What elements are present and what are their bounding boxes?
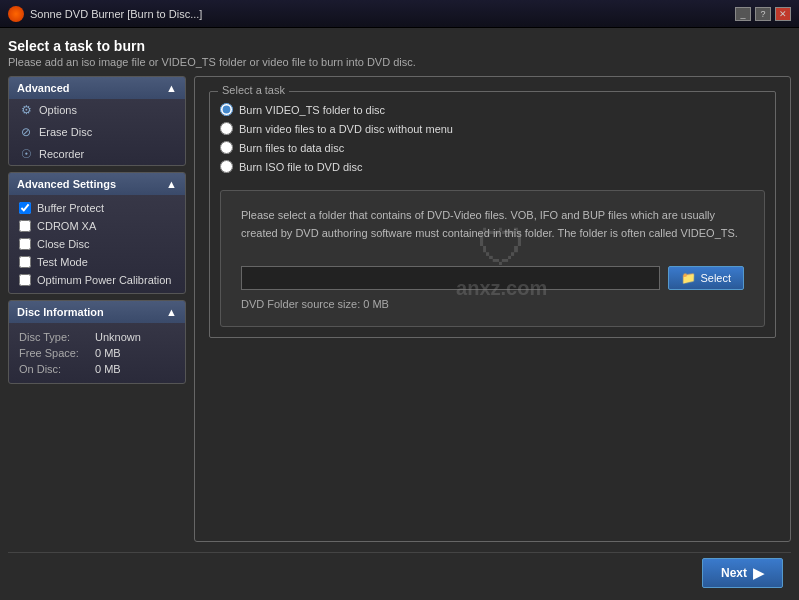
task-fieldset: Select a task Burn VIDEO_TS folder to di… [209, 91, 776, 338]
source-size-label: DVD Folder source size: 0 MB [241, 298, 744, 310]
disc-info-row-ondisc: On Disc: 0 MB [19, 361, 175, 377]
content-area: Advanced ▲ ⚙ Options ⊘ Erase Disc ☉ Reco… [8, 76, 791, 542]
page-subtitle: Please add an iso image file or VIDEO_TS… [8, 56, 791, 68]
title-bar: Sonne DVD Burner [Burn to Disc...] _ ? ✕ [0, 0, 799, 28]
chevron-up-icon-2: ▲ [166, 178, 177, 190]
select-button[interactable]: 📁 Select [668, 266, 744, 290]
minimize-button[interactable]: _ [735, 7, 751, 21]
radio-burn-video-files-input[interactable] [220, 122, 233, 135]
title-bar-text: Sonne DVD Burner [Burn to Disc...] [30, 8, 735, 20]
close-button[interactable]: ✕ [775, 7, 791, 21]
disc-info-ondisc-value: 0 MB [95, 363, 121, 375]
radio-burn-iso-label: Burn ISO file to DVD disc [239, 161, 363, 173]
sidebar-section-advanced-header[interactable]: Advanced ▲ [9, 77, 185, 99]
select-button-label: Select [700, 272, 731, 284]
page-title: Select a task to burn [8, 38, 791, 54]
sidebar-section-advanced-settings-label: Advanced Settings [17, 178, 116, 190]
check-cdrom-xa-label: CDROM XA [37, 220, 96, 232]
sidebar-section-advanced-settings-header[interactable]: Advanced Settings ▲ [9, 173, 185, 195]
sidebar-section-advanced-label: Advanced [17, 82, 70, 94]
folder-path-input[interactable] [241, 266, 660, 290]
sidebar: Advanced ▲ ⚙ Options ⊘ Erase Disc ☉ Reco… [8, 76, 186, 542]
radio-burn-video-files-label: Burn video files to a DVD disc without m… [239, 123, 453, 135]
check-optimum-power[interactable]: Optimum Power Calibration [9, 271, 185, 289]
disc-info-content: Disc Type: Unknown Free Space: 0 MB On D… [9, 323, 185, 383]
title-bar-controls: _ ? ✕ [735, 7, 791, 21]
options-icon: ⚙ [19, 103, 33, 117]
main-container: Select a task to burn Please add an iso … [0, 28, 799, 600]
radio-burn-data-input[interactable] [220, 141, 233, 154]
info-box: 🛡 anxz.com Please select a folder that c… [220, 190, 765, 327]
sidebar-item-recorder-label: Recorder [39, 148, 84, 160]
radio-burn-videots-label: Burn VIDEO_TS folder to disc [239, 104, 385, 116]
checkbox-test-mode[interactable] [19, 256, 31, 268]
sidebar-item-erase-disc[interactable]: ⊘ Erase Disc [9, 121, 185, 143]
checkbox-optimum-power[interactable] [19, 274, 31, 286]
page-header: Select a task to burn Please add an iso … [8, 36, 791, 70]
help-button[interactable]: ? [755, 7, 771, 21]
bottom-bar: Next ▶ [8, 552, 791, 592]
radio-burn-video-files[interactable]: Burn video files to a DVD disc without m… [220, 119, 765, 138]
radio-burn-videots[interactable]: Burn VIDEO_TS folder to disc [220, 100, 765, 119]
disc-info-type-label: Disc Type: [19, 331, 89, 343]
disc-info-free-label: Free Space: [19, 347, 89, 359]
sidebar-item-recorder[interactable]: ☉ Recorder [9, 143, 185, 165]
recorder-icon: ☉ [19, 147, 33, 161]
check-close-disc-label: Close Disc [37, 238, 90, 250]
disc-info-type-value: Unknown [95, 331, 141, 343]
sidebar-item-erase-disc-label: Erase Disc [39, 126, 92, 138]
checkbox-close-disc[interactable] [19, 238, 31, 250]
task-group-legend: Select a task [218, 84, 289, 96]
sidebar-section-disc-info: Disc Information ▲ Disc Type: Unknown Fr… [8, 300, 186, 384]
sidebar-section-disc-info-label: Disc Information [17, 306, 104, 318]
sidebar-checkboxes: Buffer Protect CDROM XA Close Disc Test … [9, 195, 185, 293]
check-buffer-protect[interactable]: Buffer Protect [9, 199, 185, 217]
folder-input-row: 📁 Select [241, 266, 744, 290]
check-test-mode[interactable]: Test Mode [9, 253, 185, 271]
disc-info-ondisc-label: On Disc: [19, 363, 89, 375]
sidebar-section-disc-info-header[interactable]: Disc Information ▲ [9, 301, 185, 323]
radio-burn-data[interactable]: Burn files to data disc [220, 138, 765, 157]
folder-icon: 📁 [681, 271, 696, 285]
check-buffer-protect-label: Buffer Protect [37, 202, 104, 214]
next-button[interactable]: Next ▶ [702, 558, 783, 588]
chevron-up-icon-3: ▲ [166, 306, 177, 318]
disc-info-row-type: Disc Type: Unknown [19, 329, 175, 345]
checkbox-buffer-protect[interactable] [19, 202, 31, 214]
sidebar-section-advanced-settings: Advanced Settings ▲ Buffer Protect CDROM… [8, 172, 186, 294]
disc-info-free-value: 0 MB [95, 347, 121, 359]
main-panel: Select a task Burn VIDEO_TS folder to di… [194, 76, 791, 542]
check-test-mode-label: Test Mode [37, 256, 88, 268]
checkbox-cdrom-xa[interactable] [19, 220, 31, 232]
chevron-up-icon: ▲ [166, 82, 177, 94]
task-group: Select a task Burn VIDEO_TS folder to di… [194, 76, 791, 542]
sidebar-item-options-label: Options [39, 104, 77, 116]
app-icon [8, 6, 24, 22]
check-cdrom-xa[interactable]: CDROM XA [9, 217, 185, 235]
radio-burn-videots-input[interactable] [220, 103, 233, 116]
check-close-disc[interactable]: Close Disc [9, 235, 185, 253]
disc-info-row-free: Free Space: 0 MB [19, 345, 175, 361]
radio-burn-iso[interactable]: Burn ISO file to DVD disc [220, 157, 765, 176]
radio-burn-iso-input[interactable] [220, 160, 233, 173]
sidebar-item-options[interactable]: ⚙ Options [9, 99, 185, 121]
sidebar-section-advanced: Advanced ▲ ⚙ Options ⊘ Erase Disc ☉ Reco… [8, 76, 186, 166]
check-optimum-power-label: Optimum Power Calibration [37, 274, 172, 286]
info-text: Please select a folder that contains of … [241, 207, 744, 242]
next-button-label: Next [721, 566, 747, 580]
radio-burn-data-label: Burn files to data disc [239, 142, 344, 154]
erase-disc-icon: ⊘ [19, 125, 33, 139]
next-arrow-icon: ▶ [753, 565, 764, 581]
